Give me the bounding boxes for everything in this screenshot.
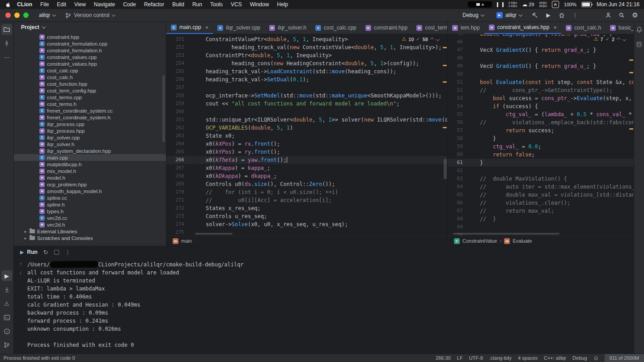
debug-bug-icon[interactable]: [558, 12, 565, 19]
arrow-down-icon[interactable]: [1, 284, 12, 295]
database-icon[interactable]: [634, 39, 644, 50]
tree-file-constraint_values.cpp[interactable]: Cconstraint_values.cpp: [14, 54, 166, 60]
tree-file-matplotlibcpp.h[interactable]: Hmatplotlibcpp.h: [14, 161, 166, 168]
tree-file-vec2d.cc[interactable]: Cvec2d.cc: [14, 215, 166, 221]
warning-stripe-mark[interactable]: [443, 81, 447, 83]
tab-ilqr_solver.cpp[interactable]: Cilqr_solver.cpp: [213, 21, 265, 34]
more-actions-icon[interactable]: ⋮: [572, 12, 579, 19]
project-switcher[interactable]: alilqr: [36, 11, 59, 20]
project-scrollbar[interactable]: [162, 75, 165, 142]
tree-file-cost_term_config.hpp[interactable]: Hcost_term_config.hpp: [14, 87, 166, 94]
code-line-48[interactable]: 48: [448, 54, 634, 62]
code-line-59[interactable]: 59 ctg_val_ = 0.0;: [448, 143, 634, 151]
tree-file-ilqr_solver.h[interactable]: Hilqr_solver.h: [14, 141, 166, 147]
run-panel-title[interactable]: Run: [27, 249, 37, 255]
notifications-icon[interactable]: [634, 24, 644, 35]
code-line-259[interactable]: 259cout << "all cost functions and forwa…: [166, 100, 447, 108]
tree-file-cost_terms.h[interactable]: Hcost_terms.h: [14, 101, 166, 107]
menu-window[interactable]: Window: [246, 1, 273, 8]
breadcrumb-item[interactable]: main: [181, 238, 192, 244]
status-item-266-30[interactable]: 266:30: [436, 355, 451, 361]
menu-edit[interactable]: Edit: [53, 1, 70, 8]
code-line-257[interactable]: 257: [166, 84, 447, 92]
code-line-50[interactable]: 50: [448, 70, 634, 78]
right-editor[interactable]: 45double Lagrangian() { return grad_lag_…: [448, 34, 634, 236]
horizontal-scrollbar[interactable]: [453, 233, 559, 235]
apple-icon[interactable]: [4, 1, 10, 8]
status-item-c-alilqr[interactable]: C++: alilqr: [544, 355, 566, 361]
tree-file-constraint_values.hpp[interactable]: Hconstraint_values.hpp: [14, 60, 166, 67]
menubar-clock[interactable]: Mon Jun 24 21:16: [597, 1, 640, 8]
tree-file-ocp_problem.hpp[interactable]: Hocp_problem.hpp: [14, 181, 166, 188]
screen-record-pill[interactable]: [468, 1, 492, 8]
tree-file-spline.cc[interactable]: Cspline.cc: [14, 194, 166, 201]
code-line-270[interactable]: 270// for (int i = 0; i < u0.size(); ++i…: [166, 188, 447, 196]
chevron-right-icon[interactable]: ▸: [24, 229, 27, 234]
tab-basic_constr[interactable]: Hbasic_constr: [606, 21, 634, 34]
code-line-53[interactable]: 53 bool success = cons_ptr_->Evaluate(st…: [448, 94, 634, 102]
warning-stripe-mark[interactable]: [443, 127, 447, 128]
project-panel-header[interactable]: Project: [14, 21, 166, 33]
code-line-269[interactable]: 269Controls u0(ds.size(), Control::Zero(…: [166, 180, 447, 188]
terminal-icon[interactable]: [1, 312, 12, 323]
tree-file-ilqr_process.hpp[interactable]: Hilqr_process.hpp: [14, 127, 166, 134]
scroll-down-icon[interactable]: ↓: [19, 269, 22, 276]
tree-file-cost_terms.cpp[interactable]: Ccost_terms.cpp: [14, 94, 166, 101]
prev-problem-icon[interactable]: [430, 37, 434, 41]
code-line-252[interactable]: 252 heading_track_val(new ConstraintValu…: [166, 43, 447, 51]
tab-lem.hpp[interactable]: Hlem.hpp: [448, 21, 484, 34]
menu-refactor[interactable]: Refactor: [140, 1, 168, 8]
code-line-65[interactable]: 65// double max_val = violations_[std::d…: [448, 191, 634, 199]
tab-ilqr_solver.h[interactable]: Hilqr_solver.h: [265, 21, 311, 34]
code-line-267[interactable]: 267x0(kKappa) = kappa_;: [166, 164, 447, 172]
warning-stripe-mark[interactable]: [443, 65, 447, 66]
code-line-64[interactable]: 64// auto iter = std::max_element(violat…: [448, 183, 634, 191]
close-window-button[interactable]: [5, 13, 11, 18]
menu-help[interactable]: Help: [273, 1, 292, 8]
scroll-up-icon[interactable]: ↑: [19, 261, 22, 267]
problems-icon[interactable]: ⚠: [1, 298, 12, 309]
status-item-utf-8[interactable]: UTF-8: [469, 355, 483, 361]
code-line-255[interactable]: 255heading_track_val->LoadConstraint(std…: [166, 67, 447, 76]
zoom-window-button[interactable]: [23, 13, 29, 18]
run-config-select[interactable]: ▶ alilqr: [493, 11, 525, 20]
code-line-47[interactable]: 47VecX GradientX() { return grad_x_; }: [448, 46, 634, 54]
menu-build[interactable]: Build: [168, 1, 188, 8]
warning-stripe-mark[interactable]: [629, 72, 633, 73]
minimize-window-button[interactable]: [14, 13, 20, 18]
tree-file-frenet_coordinate_system.h[interactable]: Hfrenet_coordinate_system.h: [14, 114, 166, 121]
more-options-icon[interactable]: ⋮: [65, 249, 71, 256]
tree-node-scratches-and-consoles[interactable]: ▸Scratches and Consoles: [14, 235, 166, 241]
close-tab-icon[interactable]: ×: [205, 24, 209, 31]
code-line-273[interactable]: 273Controls u_res_seq;: [166, 212, 447, 220]
code-line-60[interactable]: 60 return false;: [448, 151, 634, 159]
run-tab-icon[interactable]: ▶: [20, 249, 24, 255]
warning-stripe-mark[interactable]: [443, 47, 447, 48]
menu-file[interactable]: File: [36, 1, 53, 8]
more-tools-icon[interactable]: ⋯: [1, 52, 12, 63]
tree-file-cost_calc.h[interactable]: Hcost_calc.h: [14, 74, 166, 80]
battery-icon[interactable]: [581, 2, 592, 7]
status-bell-icon[interactable]: [593, 356, 598, 361]
code-line-263[interactable]: 263State x0;: [166, 132, 447, 140]
status-message[interactable]: Process finished with exit code 0: [4, 355, 75, 361]
run-tool-icon[interactable]: ▶: [1, 270, 12, 281]
next-problem-icon[interactable]: [623, 37, 626, 41]
warning-stripe-mark[interactable]: [629, 128, 633, 130]
tab-constraint.hpp[interactable]: Hconstraint.hpp: [361, 21, 412, 34]
code-line-272[interactable]: 272States x_res_seq;: [166, 204, 447, 212]
code-line-256[interactable]: 256heading_track_val->SetDual(0.1);: [166, 76, 447, 84]
code-line-67[interactable]: 67// return max_val;: [448, 207, 634, 215]
tree-file-types.h[interactable]: Htypes.h: [14, 208, 166, 215]
right-inspection-widget[interactable]: ⚠ 7 ✓ 2: [593, 36, 627, 42]
stop-icon[interactable]: [54, 250, 59, 255]
next-problem-icon[interactable]: [436, 37, 440, 41]
tree-file-constraint.hpp[interactable]: Hconstraint.hpp: [14, 34, 166, 40]
tab-main.cpp[interactable]: Cmain.cpp×: [166, 21, 213, 34]
tree-file-cost_calc.cpp[interactable]: Ccost_calc.cpp: [14, 67, 166, 74]
horizontal-scrollbar[interactable]: [195, 233, 233, 235]
left-editor[interactable]: 251ConstraintValuePtr<double, 5, 1, Ineq…: [166, 34, 447, 236]
code-line-254[interactable]: 254 heading_cons(new HeadingConstraint<d…: [166, 59, 447, 67]
code-line-51[interactable]: 51bool Evaluate(const int step, const St…: [448, 78, 634, 86]
user-avatar-icon[interactable]: [605, 12, 612, 19]
